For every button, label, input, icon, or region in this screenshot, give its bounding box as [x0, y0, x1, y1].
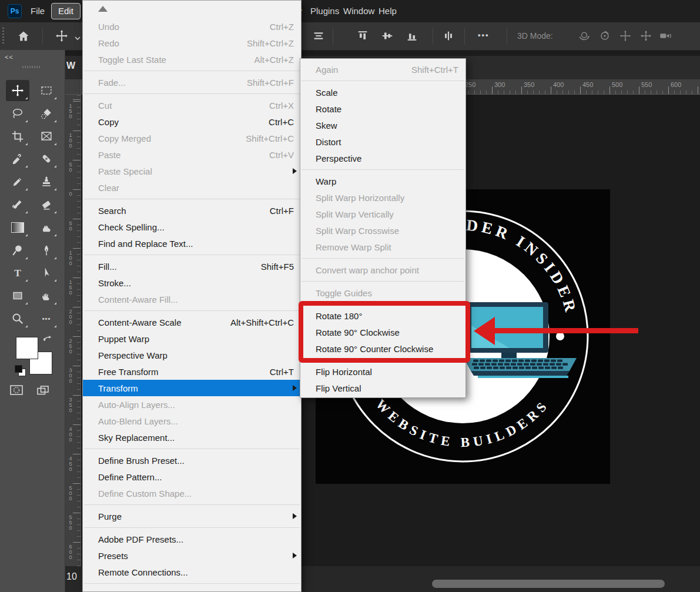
menu-item-fill[interactable]: Fill...Shift+F5	[83, 258, 301, 275]
history-brush-tool[interactable]	[6, 194, 29, 215]
vertical-ruler[interactable]: 1501005005010015020025030035040045050055…	[65, 94, 81, 566]
hand-tool[interactable]	[35, 285, 58, 306]
menu-item-label: Toggle Guides	[316, 288, 372, 298]
dodge-tool[interactable]	[6, 240, 29, 261]
menu-item-copy[interactable]: CopyCtrl+C	[83, 113, 301, 130]
menu-item-label: Perspective	[316, 153, 361, 163]
ruler-origin-corner[interactable]	[65, 79, 81, 95]
menu-item-label: Sky Replacement...	[98, 433, 175, 443]
chevron-down-icon[interactable]	[74, 33, 81, 44]
smudge-tool[interactable]	[35, 217, 58, 238]
camera-3d-icon[interactable]	[659, 29, 672, 45]
crop-tool[interactable]	[6, 126, 29, 147]
menu-file[interactable]: File	[31, 0, 45, 22]
options-grip[interactable]	[2, 28, 4, 45]
move-tool[interactable]	[6, 80, 29, 101]
menu-item-perspective-warp[interactable]: Perspective Warp	[83, 347, 301, 363]
rectangle-tool[interactable]	[6, 285, 29, 306]
menu-item-define-pattern[interactable]: Define Pattern...	[83, 469, 301, 485]
quick-mask-icon[interactable]	[9, 383, 24, 400]
menu-item-content-aware-scale[interactable]: Content-Aware ScaleAlt+Shift+Ctrl+C	[83, 314, 301, 330]
align-top-icon[interactable]	[356, 29, 369, 45]
align-middle-icon[interactable]	[381, 29, 394, 45]
align-bottom-icon[interactable]	[406, 29, 418, 45]
path-select-tool[interactable]	[35, 262, 58, 283]
panel-grip[interactable]	[22, 66, 41, 68]
edit-toolbar-more[interactable]: •••	[35, 308, 58, 329]
menu-item-flip-horizontal[interactable]: Flip Horizontal	[300, 363, 465, 380]
menu-item-puppet-warp[interactable]: Puppet Warp	[83, 330, 301, 347]
default-foreground-swatch[interactable]	[15, 365, 22, 373]
menu-item-perspective[interactable]: Perspective	[300, 150, 465, 166]
zoom-level[interactable]: 10	[66, 571, 77, 582]
zoom-tool[interactable]	[6, 308, 29, 329]
menu-scroll-up-icon[interactable]	[98, 6, 108, 12]
menu-item-purge[interactable]: Purge	[83, 508, 301, 524]
menu-item-skew[interactable]: Skew	[300, 117, 465, 133]
menu-item-free-transform[interactable]: Free TransformCtrl+T	[83, 363, 301, 380]
clone-stamp-tool[interactable]	[35, 171, 58, 192]
distribute-bars-icon[interactable]	[312, 29, 325, 45]
pen-tool[interactable]	[35, 240, 58, 261]
home-icon[interactable]	[16, 29, 31, 46]
menu-window[interactable]: Window	[343, 0, 374, 22]
menu-item-distort[interactable]: Distort	[300, 133, 465, 150]
menu-edit[interactable]: Edit	[51, 3, 81, 19]
document-tab[interactable]: W	[66, 61, 75, 71]
collapse-panel-button[interactable]: <<	[5, 53, 14, 61]
horizontal-scrollbar[interactable]	[432, 580, 665, 588]
menu-item-sky-replacement[interactable]: Sky Replacement...	[83, 429, 301, 446]
quick-selection-tool[interactable]	[35, 103, 58, 124]
screen-mode-icon[interactable]	[35, 384, 51, 400]
menu-item-clear: Clear	[83, 179, 301, 196]
distribute-vertical-icon[interactable]	[442, 29, 455, 45]
menu-item-rotate[interactable]: Rotate	[300, 101, 465, 117]
more-options-icon[interactable]: •••	[478, 31, 490, 39]
menu-separator	[302, 258, 464, 259]
photoshop-window: Ps File Edit w Plugins Window Help ••• 3…	[0, 0, 700, 592]
menu-item-flip-vertical[interactable]: Flip Vertical	[300, 380, 465, 396]
swap-colors-icon[interactable]	[42, 335, 52, 345]
pan-3d-icon[interactable]	[619, 29, 632, 45]
menu-item-stroke[interactable]: Stroke...	[83, 275, 301, 291]
lasso-tool[interactable]	[6, 103, 29, 124]
menu-item-label: Fade...	[98, 78, 126, 88]
frame-tool[interactable]	[35, 126, 58, 147]
three-d-mode-label: 3D Mode:	[517, 31, 553, 41]
menu-help[interactable]: Help	[379, 0, 397, 22]
slide-3d-icon[interactable]	[639, 29, 652, 45]
menu-item-shortcut: Ctrl+T	[259, 367, 294, 377]
menu-item-warp[interactable]: Warp	[300, 173, 465, 189]
menu-item-scale[interactable]: Scale	[300, 84, 465, 101]
divider	[433, 28, 433, 45]
pencil-tool[interactable]	[6, 171, 29, 192]
roll-3d-icon[interactable]	[598, 29, 611, 45]
menu-item-transform[interactable]: Transform	[83, 380, 301, 396]
healing-brush-tool[interactable]	[35, 148, 58, 169]
menu-item-label: Paste Special	[98, 166, 152, 176]
menu-item-color-settings[interactable]: Color Settings...Shift+Ctrl+K	[83, 587, 301, 592]
svg-text:T: T	[14, 267, 21, 279]
menu-item-presets[interactable]: Presets	[83, 547, 301, 564]
move-icon[interactable]	[55, 29, 68, 45]
eyedropper-tool[interactable]	[6, 148, 29, 169]
marquee-tool[interactable]	[35, 80, 58, 101]
menu-item-search[interactable]: SearchCtrl+F	[83, 202, 301, 219]
menu-plugins[interactable]: Plugins	[310, 0, 339, 22]
menu-item-label: Fill...	[98, 262, 117, 272]
menu-item-label: Copy Merged	[98, 133, 151, 143]
menu-separator	[302, 281, 464, 282]
annotation-arrow	[493, 328, 638, 333]
orbit-3d-icon[interactable]	[578, 29, 591, 45]
menu-item-again: AgainShift+Ctrl+T	[300, 61, 465, 78]
menu-item-find-and-replace-text[interactable]: Find and Replace Text...	[83, 235, 301, 252]
menu-item-label: Stroke...	[98, 278, 131, 288]
menu-item-remote-connections[interactable]: Remote Connections...	[83, 564, 301, 580]
menu-item-adobe-pdf-presets[interactable]: Adobe PDF Presets...	[83, 531, 301, 547]
menu-item-define-brush-preset[interactable]: Define Brush Preset...	[83, 452, 301, 469]
foreground-color-swatch[interactable]	[16, 337, 38, 359]
type-tool[interactable]: T	[6, 262, 29, 283]
menu-item-check-spelling[interactable]: Check Spelling...	[83, 219, 301, 235]
eraser-tool[interactable]	[35, 194, 58, 215]
gradient-tool[interactable]	[6, 217, 29, 238]
